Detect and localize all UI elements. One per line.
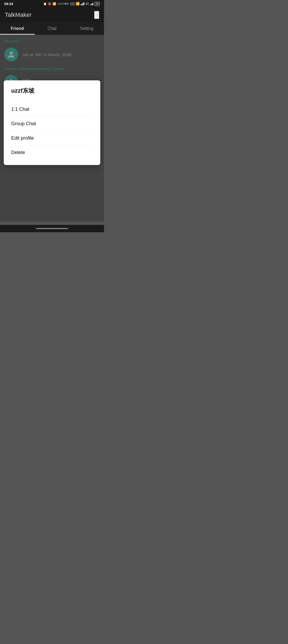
context-menu-title: uzzf东坡 xyxy=(11,87,93,95)
tab-friend[interactable]: Friend xyxy=(0,22,35,35)
alarm-icon: ⏰ xyxy=(43,2,47,6)
tab-setting[interactable]: Setting xyxy=(69,22,104,35)
5g-label: 5G xyxy=(86,2,89,5)
menu-item-1-1-chat[interactable]: 1:1 Chat xyxy=(11,102,93,117)
signal-bar-2 xyxy=(90,2,93,5)
hd-badge: HD xyxy=(70,2,75,5)
signal-bar xyxy=(81,2,84,5)
app-header: TalkMaker + xyxy=(0,7,104,22)
app-title: TalkMaker xyxy=(5,11,31,18)
add-button[interactable]: + xyxy=(94,11,99,19)
network-speed: 21.0 KB/S xyxy=(58,2,69,5)
battery-icon: 98 xyxy=(95,2,100,6)
status-bar: 09:34 ⏰ 🔕 📶 21.0 KB/S HD 📶 5G 98 xyxy=(0,0,104,7)
tab-chat[interactable]: Chat xyxy=(35,22,69,35)
bluetooth-icon: 📶 xyxy=(53,2,56,6)
menu-item-delete[interactable]: Delete xyxy=(11,146,93,160)
status-time: 09:34 xyxy=(4,2,13,6)
wifi-icon: 📶 xyxy=(76,2,80,6)
bottom-bar xyxy=(0,225,104,232)
status-icons: ⏰ 🔕 📶 21.0 KB/S HD 📶 5G 98 xyxy=(43,2,100,6)
mute-icon: 🔕 xyxy=(48,2,51,6)
menu-item-edit-profile[interactable]: Edit profile xyxy=(11,131,93,146)
home-indicator xyxy=(36,228,68,229)
tabs-bar: Friend Chat Setting xyxy=(0,22,104,35)
main-content: My profile Set as 'ME' in friends. (Edit… xyxy=(0,35,104,222)
context-menu: uzzf东坡 1:1 Chat Group Chat Edit profile … xyxy=(4,80,100,165)
menu-item-group-chat[interactable]: Group Chat xyxy=(11,117,93,131)
